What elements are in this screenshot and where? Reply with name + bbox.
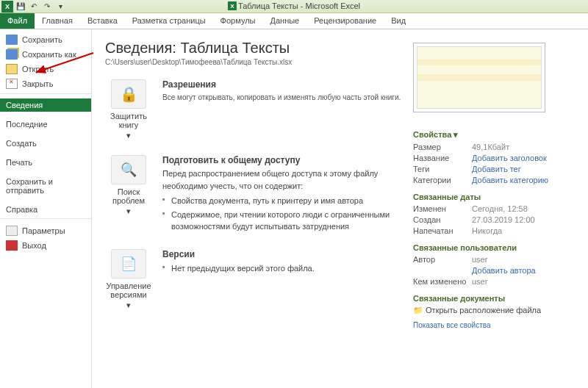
versions-title: Версии [162, 249, 401, 259]
property-row: Добавить автора [413, 266, 575, 275]
lock-icon [111, 79, 146, 109]
redo-icon[interactable]: ↷ [41, 1, 53, 12]
options-icon [6, 226, 18, 236]
property-value[interactable]: Добавить заголовок [472, 154, 547, 162]
excel-icon[interactable]: X [1, 1, 13, 12]
ribbon-tabs: Файл Главная Вставка Разметка страницы Ф… [0, 13, 588, 29]
property-value: 49,1Кбайт [472, 143, 509, 151]
sidebar-item-info[interactable]: Сведения [0, 98, 91, 112]
related-people-heading: Связанные пользователи [413, 237, 575, 252]
property-row: НапечатанНикогда [413, 226, 575, 235]
tab-data[interactable]: Данные [262, 13, 306, 29]
file-path: C:\Users\user\Desktop\Тимофеева\Таблица … [105, 58, 401, 66]
property-value[interactable]: Добавить категорию [472, 176, 548, 184]
protect-workbook-button[interactable]: Защитить книгу ▾ [105, 79, 152, 140]
sidebar-item-share[interactable]: Сохранить и отправить [0, 175, 91, 197]
property-value: Никогда [472, 226, 502, 235]
title-bar: X 💾 ↶ ↷ ▾ X Таблица Тексты - Microsoft E… [0, 0, 588, 13]
undo-icon[interactable]: ↶ [28, 1, 40, 12]
show-all-properties[interactable]: Показать все свойства [413, 321, 575, 329]
property-row: Кем измененоuser [413, 277, 575, 286]
share-title: Подготовить к общему доступу [162, 155, 401, 165]
exit-icon [6, 240, 18, 251]
sidebar-item-help[interactable]: Справка [0, 203, 91, 219]
tab-review[interactable]: Рецензирование [306, 13, 384, 29]
permissions-desc: Все могут открывать, копировать и изменя… [162, 92, 401, 103]
property-value[interactable]: Добавить тег [472, 165, 521, 173]
property-row: Авторuser [413, 255, 575, 264]
backstage-sidebar: Сохранить Сохранить как Открыть Закрыть … [0, 29, 92, 388]
close-icon [6, 79, 18, 89]
sidebar-item-recent[interactable]: Последние [0, 118, 91, 131]
property-row: Размер49,1Кбайт [413, 143, 575, 151]
property-value[interactable]: Добавить автора [472, 266, 536, 275]
related-docs-heading: Связанные документы [413, 288, 575, 303]
tab-formulas[interactable]: Формулы [213, 13, 263, 29]
window-title: X Таблица Тексты - Microsoft Excel [228, 1, 360, 10]
manage-versions-button[interactable]: Управление версиями ▾ [105, 249, 152, 310]
properties-panel: Свойства ▾ Размер49,1КбайтНазваниеДобави… [413, 40, 575, 378]
prepare-share-block: Поиск проблем ▾ Подготовить к общему дос… [105, 155, 401, 234]
sidebar-item-save[interactable]: Сохранить [0, 32, 91, 47]
sidebar-item-open[interactable]: Открыть [0, 62, 91, 76]
backstage-main: Сведения: Таблица Тексты C:\Users\user\D… [92, 29, 588, 388]
related-dates-heading: Связанные даты [413, 187, 575, 201]
save-icon [6, 35, 18, 45]
chevron-down-icon: ▾ [105, 131, 152, 140]
property-value: user [472, 255, 487, 264]
property-row: ТегиДобавить тег [413, 165, 575, 173]
sidebar-item-close[interactable]: Закрыть [0, 76, 91, 94]
open-file-location[interactable]: 📁 Открыть расположение файла [413, 306, 575, 315]
properties-heading[interactable]: Свойства ▾ [413, 124, 575, 140]
tab-view[interactable]: Вид [384, 13, 413, 29]
sidebar-item-saveas[interactable]: Сохранить как [0, 47, 91, 62]
versions-block: Управление версиями ▾ Версии Нет предыду… [105, 249, 401, 310]
qat-dropdown-icon[interactable]: ▾ [54, 1, 66, 12]
chevron-down-icon: ▾ [105, 301, 152, 310]
quick-access-toolbar: X 💾 ↶ ↷ ▾ [0, 1, 66, 12]
property-value: Сегодня, 12:58 [472, 204, 528, 213]
check-issues-button[interactable]: Поиск проблем ▾ [105, 155, 152, 216]
tab-insert[interactable]: Вставка [80, 13, 125, 29]
share-desc: Перед распространением общего доступа к … [162, 168, 401, 233]
sidebar-item-print[interactable]: Печать [0, 156, 91, 169]
share-item: Свойства документа, путь к принтеру и им… [162, 195, 401, 207]
property-value: 27.03.2019 12:00 [472, 215, 535, 224]
permissions-block: Защитить книгу ▾ Разрешения Все могут от… [105, 79, 401, 140]
chevron-down-icon: ▾ [105, 206, 152, 216]
save-icon[interactable]: 💾 [15, 1, 26, 12]
excel-logo-icon: X [228, 1, 237, 10]
version-item: Нет предыдущих версий этого файла. [162, 262, 401, 275]
page-title: Сведения: Таблица Тексты [105, 40, 401, 57]
property-row: Создан27.03.2019 12:00 [413, 215, 575, 224]
sidebar-item-new[interactable]: Создать [0, 137, 91, 150]
sidebar-item-options[interactable]: Параметры [0, 223, 91, 238]
search-icon [111, 155, 146, 184]
tab-file[interactable]: Файл [0, 13, 35, 29]
property-row: ИзмененСегодня, 12:58 [413, 204, 575, 213]
saveas-icon [6, 49, 18, 60]
open-icon [6, 64, 18, 74]
document-thumbnail[interactable] [413, 43, 545, 112]
versions-icon [111, 249, 146, 279]
permissions-title: Разрешения [162, 79, 401, 90]
tab-pagelayout[interactable]: Разметка страницы [125, 13, 213, 29]
sidebar-item-exit[interactable]: Выход [0, 238, 91, 253]
property-row: НазваниеДобавить заголовок [413, 154, 575, 162]
property-row: КатегорииДобавить категорию [413, 176, 575, 184]
share-item: Содержимое, при чтении которого люди с о… [162, 209, 401, 233]
backstage-view: Сохранить Сохранить как Открыть Закрыть … [0, 29, 588, 388]
tab-home[interactable]: Главная [35, 13, 80, 29]
property-value: user [472, 277, 487, 286]
